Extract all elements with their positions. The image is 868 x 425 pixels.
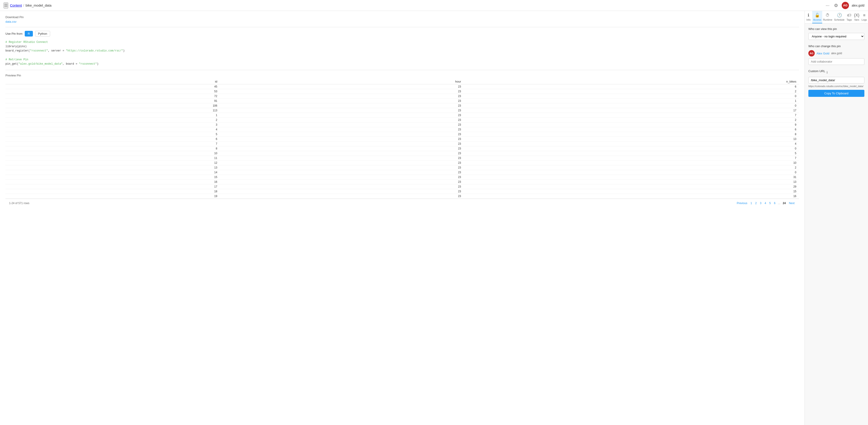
page-btn-6[interactable]: 6 bbox=[773, 201, 776, 205]
tab-access-label: Access bbox=[813, 19, 821, 21]
table-cell: 7 bbox=[464, 113, 799, 118]
breadcrumb: Content / bike_model_data bbox=[10, 3, 52, 7]
divider-1 bbox=[5, 27, 799, 27]
custom-url-input[interactable] bbox=[808, 77, 864, 84]
page-btn-4[interactable]: 4 bbox=[764, 201, 767, 205]
table-cell: 2 bbox=[5, 118, 220, 122]
tab-info[interactable]: ℹ Info bbox=[805, 11, 812, 23]
page-current: 24 bbox=[782, 201, 786, 205]
table-row: 5238 bbox=[5, 132, 799, 137]
custom-url-title: Custom URL bbox=[808, 69, 825, 73]
table-row: 162313 bbox=[5, 180, 799, 184]
tab-schedule[interactable]: 🕐 Schedule bbox=[833, 11, 845, 23]
table-cell: 19 bbox=[5, 194, 220, 199]
table-cell: 17 bbox=[5, 184, 220, 189]
table-cell: 1 bbox=[5, 113, 220, 118]
table-cell: 1 bbox=[464, 99, 799, 103]
table-cell: 23 bbox=[220, 146, 464, 151]
tab-runtime[interactable]: ⏱ Runtime bbox=[822, 11, 833, 23]
who-change-section: Who can change this pin AG Alex Gold ale… bbox=[808, 44, 864, 65]
table-cell: 17 bbox=[464, 108, 799, 113]
table-cell: 14 bbox=[5, 170, 220, 175]
table-cell: 91 bbox=[5, 99, 220, 103]
page-btn-5[interactable]: 5 bbox=[769, 201, 772, 205]
breadcrumb-root[interactable]: Content bbox=[10, 3, 22, 7]
table-row: 62313 bbox=[5, 137, 799, 142]
table-cell: 2 bbox=[464, 165, 799, 170]
tab-r-button[interactable]: R bbox=[25, 31, 33, 36]
who-view-title: Who can view this pin bbox=[808, 27, 864, 31]
pagination-info: 1-24 of 571 rows bbox=[9, 202, 29, 205]
pagination: 1-24 of 571 rows Previous 1 2 3 4 5 6 … … bbox=[5, 199, 799, 208]
table-cell: 13 bbox=[464, 180, 799, 184]
table-cell: 3 bbox=[5, 122, 220, 127]
table-cell: 23 bbox=[220, 103, 464, 108]
table-cell: 8 bbox=[5, 146, 220, 151]
tab-logs[interactable]: ≡ Logs bbox=[861, 11, 868, 23]
custom-url-info-icon[interactable]: ℹ bbox=[827, 70, 828, 74]
col-header-id: id bbox=[5, 79, 220, 84]
tab-tags-label: Tags bbox=[846, 19, 852, 21]
table-cell: 4 bbox=[5, 127, 220, 132]
table-cell: 113 bbox=[5, 108, 220, 113]
who-view-select[interactable]: Anyone - no login required All users Spe… bbox=[808, 33, 864, 40]
table-cell: 10 bbox=[464, 160, 799, 165]
download-title: Download Pin bbox=[5, 16, 799, 19]
code-line-1: # Register RStudio Connect bbox=[5, 40, 48, 44]
table-cell: 6 bbox=[464, 127, 799, 132]
table-cell: 53 bbox=[5, 89, 220, 94]
preview-title: Preview Pin bbox=[5, 74, 799, 77]
col-header-nbikes: n_bikes bbox=[464, 79, 799, 84]
copy-to-clipboard-button[interactable]: Copy To Clipboard bbox=[808, 90, 864, 97]
table-row: 1132317 bbox=[5, 108, 799, 113]
table-cell: 4 bbox=[464, 142, 799, 146]
page-btn-3[interactable]: 3 bbox=[759, 201, 762, 205]
main-layout: Download Pin data.csv Use Pin from R Pyt… bbox=[0, 11, 868, 425]
pagination-prev[interactable]: Previous bbox=[736, 201, 748, 205]
right-panel: ℹ Info 🔓 Access ⏱ Runtime 🕐 Schedule 🏷 T… bbox=[805, 11, 868, 425]
download-link[interactable]: data.csv bbox=[5, 20, 16, 23]
who-view-section: Who can view this pin Anyone - no login … bbox=[808, 27, 864, 40]
table-row: 106230 bbox=[5, 103, 799, 108]
table-row: 45236 bbox=[5, 84, 799, 89]
table-row: 1237 bbox=[5, 113, 799, 118]
table-cell: 23 bbox=[220, 180, 464, 184]
table-cell: 2 bbox=[464, 118, 799, 122]
table-cell: 23 bbox=[220, 194, 464, 199]
menu-icon[interactable]: ☰ bbox=[4, 2, 8, 8]
use-pin-label: Use Pin from bbox=[5, 32, 23, 35]
code-block: # Register RStudio Connect library(pins)… bbox=[5, 40, 799, 66]
info-icon: ℹ bbox=[808, 13, 809, 18]
table-row: 2232 bbox=[5, 118, 799, 122]
table-cell: 16 bbox=[464, 194, 799, 199]
page-btn-2[interactable]: 2 bbox=[754, 201, 758, 205]
table-cell: 7 bbox=[464, 156, 799, 160]
table-row: 152331 bbox=[5, 175, 799, 180]
table-cell: 23 bbox=[220, 108, 464, 113]
code-line-5: # Retrieve Pin bbox=[5, 58, 28, 61]
table-cell: 2 bbox=[464, 89, 799, 94]
page-btn-1[interactable]: 1 bbox=[750, 201, 753, 205]
table-cell: 29 bbox=[464, 184, 799, 189]
more-options-button[interactable]: ··· bbox=[825, 2, 830, 9]
table-cell: 31 bbox=[464, 175, 799, 180]
table-row: 8230 bbox=[5, 146, 799, 151]
settings-button[interactable]: ⚙ bbox=[833, 2, 839, 9]
lock-icon: 🔓 bbox=[815, 13, 820, 18]
username-label: alex.gold bbox=[852, 4, 864, 7]
tab-access[interactable]: 🔓 Access bbox=[812, 11, 822, 23]
tab-vars[interactable]: {X} Vars bbox=[853, 11, 861, 23]
divider-2 bbox=[5, 70, 799, 70]
panel-tabs: ℹ Info 🔓 Access ⏱ Runtime 🕐 Schedule 🏷 T… bbox=[805, 11, 868, 24]
tab-info-label: Info bbox=[806, 19, 810, 21]
pagination-next[interactable]: Next bbox=[788, 201, 796, 205]
tab-tags[interactable]: 🏷 Tags bbox=[845, 11, 853, 23]
table-cell: 18 bbox=[5, 189, 220, 194]
tab-python-button[interactable]: Python bbox=[35, 31, 50, 36]
collaborator-username: alex.gold bbox=[831, 52, 842, 55]
add-collaborator-input[interactable] bbox=[808, 58, 864, 65]
table-cell: 23 bbox=[220, 89, 464, 94]
logs-icon: ≡ bbox=[863, 13, 866, 18]
table-cell: 23 bbox=[220, 113, 464, 118]
table-cell: 0 bbox=[464, 170, 799, 175]
